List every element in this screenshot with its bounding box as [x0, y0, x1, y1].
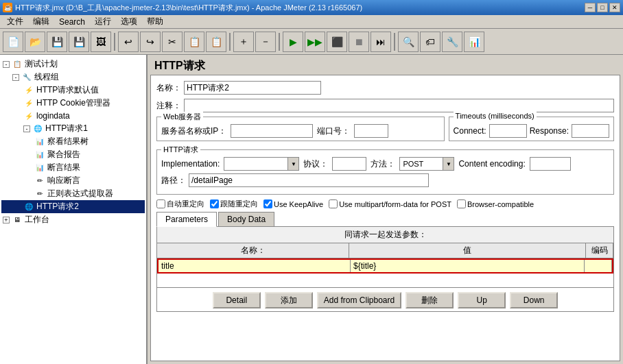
tree-item-regex[interactable]: ✏ 正则表达式提取器	[1, 187, 145, 200]
detail-button[interactable]: Detail	[213, 292, 261, 308]
title-bar: ☕ HTTP请求.jmx (D:\B_工具\apache-jmeter-2.13…	[0, 0, 623, 15]
comment-input[interactable]	[184, 99, 614, 112]
params-row-0[interactable]: title ${title}	[157, 258, 613, 274]
tree-item-httprequest1[interactable]: - 🌐 HTTP请求1	[1, 122, 145, 135]
redo-button[interactable]: ↪	[140, 32, 161, 52]
cb-autoredirect[interactable]: 自动重定向	[156, 199, 204, 209]
method-select[interactable]: POST ▼	[399, 157, 454, 171]
window-controls[interactable]: ─ □ ✕	[585, 3, 620, 12]
add-from-clipboard-button[interactable]: Add from Clipboard	[317, 292, 401, 308]
remote-button[interactable]: ⏭	[371, 32, 391, 52]
menu-item-5[interactable]: 帮助	[143, 14, 167, 29]
port-input[interactable]	[354, 124, 388, 138]
method-arrow[interactable]: ▼	[443, 158, 454, 170]
tree-item-httpdefault[interactable]: ⚡ HTTP请求默认值	[1, 84, 145, 97]
httprequest-legend: HTTP请求	[161, 145, 200, 155]
assertion-icon: ✏	[34, 175, 45, 186]
name-input[interactable]	[184, 81, 321, 95]
delete-button[interactable]: 删除	[405, 292, 454, 308]
server-input[interactable]	[231, 124, 313, 138]
cb-browser[interactable]: Browser-compatible	[457, 199, 534, 208]
timeouts-legend: Timeouts (milliseconds)	[454, 112, 537, 120]
cb-autoredirect-input[interactable]	[156, 199, 165, 208]
aggregate-label: 聚合报告	[47, 149, 80, 160]
icon3[interactable]: 📊	[464, 32, 484, 52]
params-header-text: 同请求一起发送参数：	[344, 230, 427, 239]
open-button[interactable]: 📂	[25, 32, 45, 52]
encoding-input[interactable]	[530, 157, 571, 171]
tree-item-cookie[interactable]: ⚡ HTTP Cookie管理器	[1, 97, 145, 110]
tree-item-workbench[interactable]: + 🖥 工作台	[1, 213, 145, 226]
tree-item-resulttree[interactable]: 📊 察看结果树	[1, 135, 145, 148]
run-all-button[interactable]: ▶▶	[305, 32, 325, 52]
cb-keepalive[interactable]: Use KeepAlive	[263, 199, 323, 208]
panel-content: 名称： 注释： Web服务器 服务器名称或IP： 端口号：	[150, 75, 620, 361]
menu-item-2[interactable]: Search	[55, 16, 89, 28]
tree-item-aggregate[interactable]: 📊 聚合报告	[1, 148, 145, 161]
tree-item-threadgroup[interactable]: - 🔧 线程组	[1, 71, 145, 84]
impl-arrow[interactable]: ▼	[287, 158, 298, 170]
saveas-button[interactable]: 💾	[69, 32, 89, 52]
tree-panel[interactable]: - 📋 测试计划 - 🔧 线程组 ⚡ HTTP请求默认值 ⚡ HTTP Cook…	[0, 55, 148, 364]
response-input[interactable]	[572, 124, 609, 138]
menu-item-1[interactable]: 编辑	[29, 14, 54, 29]
save-button[interactable]: 💾	[47, 32, 67, 52]
testplan-icon: 📋	[12, 59, 23, 70]
params-header: 同请求一起发送参数：	[157, 227, 613, 243]
search-button[interactable]: 🔍	[398, 32, 419, 52]
params-area: 同请求一起发送参数： 名称： 值 编码 title	[156, 226, 614, 312]
protocol-input[interactable]	[332, 157, 366, 171]
menu-bar: 文件编辑Search运行选项帮助	[0, 15, 623, 29]
cut-button[interactable]: ✂	[162, 32, 183, 52]
up-button[interactable]: Up	[458, 292, 506, 308]
cb-multipart-input[interactable]	[329, 199, 338, 208]
tree-item-assertresult[interactable]: 📊 断言结果	[1, 161, 145, 174]
minimize-button[interactable]: ─	[585, 3, 596, 12]
aggregate-icon: 📊	[34, 149, 45, 160]
paste-button[interactable]: 📋	[206, 32, 226, 52]
copy-button[interactable]: 📋	[184, 32, 204, 52]
close-button[interactable]: ✕	[609, 3, 620, 12]
stop-all-button[interactable]: ⏹	[349, 32, 369, 52]
cb-keepalive-label: Use KeepAlive	[274, 200, 323, 208]
cb-followredirect-input[interactable]	[210, 199, 219, 208]
down-button[interactable]: Down	[510, 292, 558, 308]
expand-icon-req1[interactable]: -	[23, 125, 30, 132]
connect-input[interactable]	[489, 124, 527, 138]
tree-item-httprequest2[interactable]: 🌐 HTTP请求2	[1, 200, 145, 213]
path-input[interactable]	[189, 173, 429, 187]
assertresult-icon: 📊	[34, 162, 45, 173]
image-button[interactable]: 🖼	[91, 32, 111, 52]
timeout-row: Connect: Response:	[454, 124, 609, 138]
menu-item-0[interactable]: 文件	[3, 14, 27, 29]
port-label: 端口号：	[317, 125, 350, 137]
tree-item-logindata[interactable]: ⚡ logindata	[1, 110, 145, 122]
icon2[interactable]: 🔧	[442, 32, 462, 52]
menu-item-3[interactable]: 运行	[91, 14, 115, 29]
collapse-button[interactable]: －	[255, 32, 276, 52]
cb-followredirect[interactable]: 跟随重定向	[210, 199, 258, 209]
stop-button[interactable]: ⬛	[327, 32, 347, 52]
cb-followredirect-label: 跟随重定向	[220, 199, 258, 209]
expand-button[interactable]: ＋	[233, 32, 254, 52]
add-button[interactable]: 添加	[265, 292, 313, 308]
tree-item-testplan[interactable]: - 📋 测试计划	[1, 58, 145, 71]
run-button[interactable]: ▶	[283, 32, 303, 52]
cb-browser-input[interactable]	[457, 199, 466, 208]
tab-bodydata[interactable]: Body Data	[218, 212, 274, 226]
new-button[interactable]: 📄	[3, 32, 23, 52]
undo-button[interactable]: ↩	[118, 32, 139, 52]
tab-parameters[interactable]: Parameters	[156, 212, 217, 227]
httprequest1-icon: 🌐	[32, 123, 43, 134]
impl-select[interactable]: ▼	[224, 157, 299, 171]
expand-icon-threadgroup[interactable]: -	[12, 74, 19, 81]
expand-icon-workbench[interactable]: +	[3, 217, 10, 223]
cb-multipart[interactable]: Use multipart/form-data for POST	[329, 199, 451, 208]
menu-item-4[interactable]: 选项	[117, 14, 141, 29]
expand-icon[interactable]: -	[3, 61, 10, 68]
main-layout: - 📋 测试计划 - 🔧 线程组 ⚡ HTTP请求默认值 ⚡ HTTP Cook…	[0, 55, 623, 364]
maximize-button[interactable]: □	[597, 3, 608, 12]
icon1[interactable]: 🏷	[420, 32, 440, 52]
cb-keepalive-input[interactable]	[263, 199, 272, 208]
tree-item-assertion[interactable]: ✏ 响应断言	[1, 174, 145, 187]
